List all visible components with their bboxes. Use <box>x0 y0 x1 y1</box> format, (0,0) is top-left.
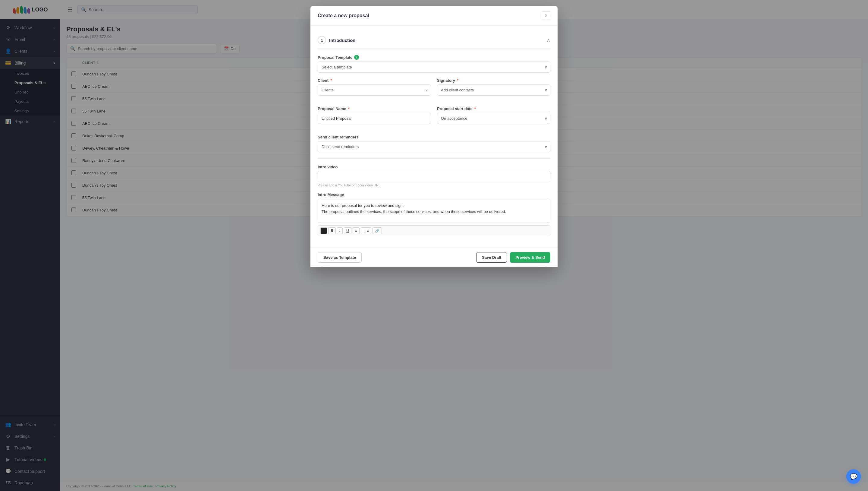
rich-text-toolbar: B I U ≡ ⋮≡ 🔗 <box>318 225 550 236</box>
signatory-label: Signatory * <box>437 78 550 83</box>
section-introduction: 1 Introduction ∧ <box>318 32 550 49</box>
signatory-group: Signatory * Add client contacts ∨ <box>437 78 550 96</box>
create-proposal-modal: Create a new proposal × 1 Introduction ∧… <box>310 6 558 267</box>
client-signatory-row: Client * Clients ∨ Signatory * <box>318 78 550 101</box>
section-title: Introduction <box>329 38 355 43</box>
intro-video-label: Intro video <box>318 165 550 169</box>
client-select-wrap: Clients ∨ <box>318 84 431 96</box>
name-date-row: Proposal Name * Proposal start date * On… <box>318 107 550 129</box>
underline-button[interactable]: U <box>344 227 351 234</box>
modal-overlay: Create a new proposal × 1 Introduction ∧… <box>0 0 868 491</box>
modal-body: 1 Introduction ∧ Proposal Template i Sel… <box>310 26 558 248</box>
proposal-name-input[interactable] <box>318 113 431 124</box>
section-number: 1 <box>318 36 326 44</box>
ordered-list-button[interactable]: ⋮≡ <box>361 227 371 234</box>
reminders-select-wrap: Don't send reminders ∨ <box>318 141 550 152</box>
template-label: Proposal Template i <box>318 55 550 60</box>
bullet-list-button[interactable]: ≡ <box>352 227 360 234</box>
intro-video-group: Intro video Please add a YouTube or Loom… <box>318 165 550 187</box>
signatory-select[interactable]: Add client contacts <box>437 84 550 96</box>
bold-button[interactable]: B <box>328 227 336 234</box>
start-date-select-wrap: On acceptance ∨ <box>437 113 550 124</box>
modal-close-button[interactable]: × <box>542 11 550 20</box>
italic-button[interactable]: I <box>337 227 343 234</box>
save-draft-button[interactable]: Save Draft <box>476 252 507 263</box>
save-template-button[interactable]: Save as Template <box>318 252 362 263</box>
start-date-group: Proposal start date * On acceptance ∨ <box>437 107 550 124</box>
intro-message-group: Intro Message Here is our proposal for y… <box>318 193 550 236</box>
footer-right: Save Draft Preview & Send <box>476 252 550 263</box>
intro-message-line1: Here is our proposal for you to review a… <box>321 203 547 209</box>
template-select-wrap: Select a template ∨ <box>318 61 550 73</box>
link-button[interactable]: 🔗 <box>373 227 382 234</box>
intro-message-line2: The proposal outlines the services, the … <box>321 209 547 215</box>
proposal-name-group: Proposal Name * <box>318 107 431 124</box>
modal-footer: Save as Template Save Draft Preview & Se… <box>310 248 558 267</box>
reminders-label: Send client reminders <box>318 135 550 139</box>
chat-support-bubble[interactable]: 💬 <box>846 469 861 484</box>
proposal-name-label: Proposal Name * <box>318 107 431 111</box>
intro-message-editor[interactable]: Here is our proposal for you to review a… <box>318 199 550 223</box>
preview-send-button[interactable]: Preview & Send <box>510 252 550 263</box>
reminders-group: Send client reminders Don't send reminde… <box>318 135 550 152</box>
client-group: Client * Clients ∨ <box>318 78 431 96</box>
section-collapse-button[interactable]: ∧ <box>547 37 550 44</box>
template-info-icon[interactable]: i <box>354 55 359 60</box>
start-date-required: * <box>474 107 476 111</box>
template-select[interactable]: Select a template <box>318 61 550 73</box>
template-group: Proposal Template i Select a template ∨ <box>318 55 550 73</box>
client-select[interactable]: Clients <box>318 84 431 96</box>
color-swatch[interactable] <box>320 227 327 234</box>
chat-icon: 💬 <box>850 473 858 480</box>
start-date-select[interactable]: On acceptance <box>437 113 550 124</box>
intro-message-label: Intro Message <box>318 193 550 197</box>
intro-video-hint: Please add a YouTube or Loom video URL <box>318 183 550 187</box>
start-date-label: Proposal start date * <box>437 107 550 111</box>
modal-title: Create a new proposal <box>318 13 369 19</box>
signatory-required: * <box>457 78 458 83</box>
signatory-select-wrap: Add client contacts ∨ <box>437 84 550 96</box>
proposal-name-required: * <box>348 107 350 111</box>
client-label: Client * <box>318 78 431 83</box>
intro-video-input[interactable] <box>318 171 550 182</box>
modal-header: Create a new proposal × <box>310 6 558 26</box>
reminders-select[interactable]: Don't send reminders <box>318 141 550 152</box>
client-required: * <box>330 78 332 83</box>
